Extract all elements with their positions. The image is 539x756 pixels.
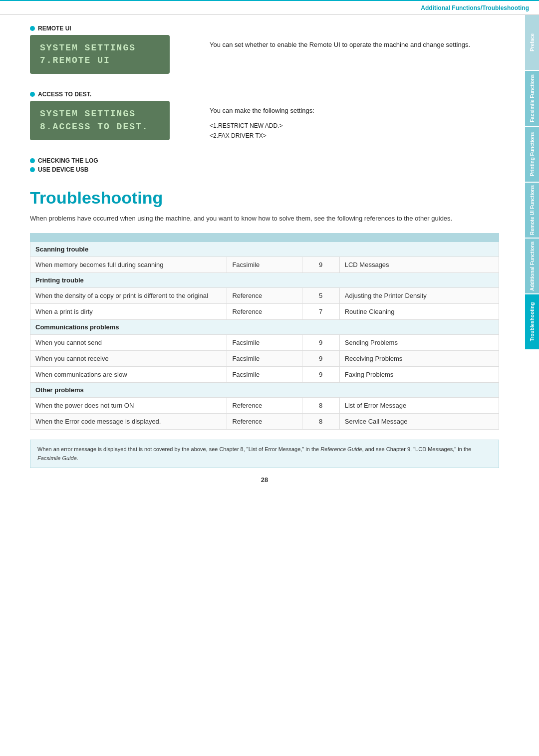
troubleshooting-title: Troubleshooting bbox=[30, 188, 499, 208]
bullet-dot-access bbox=[30, 92, 35, 97]
cell-chapter: 9 bbox=[302, 257, 339, 273]
table-row: When the density of a copy or print is d… bbox=[30, 288, 499, 304]
cell-guide: Reference bbox=[227, 398, 302, 414]
access-to-dest-label: ACCESS TO DEST. bbox=[30, 91, 190, 98]
remote-ui-label: REMOTE UI bbox=[30, 25, 190, 32]
cell-chapter: 9 bbox=[302, 335, 339, 351]
cell-section: List of Error Message bbox=[339, 398, 499, 414]
table-section-row: Communications problems bbox=[30, 320, 499, 335]
cell-guide: Reference bbox=[227, 304, 302, 320]
cell-situation: When the density of a copy or print is d… bbox=[30, 288, 227, 304]
tab-troubleshooting[interactable]: Troubleshooting bbox=[525, 294, 539, 349]
cell-guide: Facsimile bbox=[227, 335, 302, 351]
remote-ui-left: REMOTE UI SYSTEM SETTINGS 7.REMOTE UI bbox=[30, 25, 190, 81]
cell-section: Sending Problems bbox=[339, 335, 499, 351]
extra-items: CHECKING THE LOG USE DEVICE USB bbox=[30, 157, 499, 173]
right-tabs: Preface Facsimile Functions Printing Fun… bbox=[525, 15, 539, 349]
bullet-dot-log bbox=[30, 158, 35, 163]
cell-situation: When the Error code message is displayed… bbox=[30, 414, 227, 430]
cell-guide: Facsimile bbox=[227, 257, 302, 273]
access-to-dest-right: You can make the following settings: <1.… bbox=[210, 91, 499, 147]
access-to-dest-lcd: SYSTEM SETTINGS 8.ACCESS TO DEST. bbox=[30, 101, 170, 140]
cell-chapter: 5 bbox=[302, 288, 339, 304]
cell-section: Service Call Message bbox=[339, 414, 499, 430]
col-header-guide bbox=[227, 234, 302, 242]
remote-ui-section: REMOTE UI SYSTEM SETTINGS 7.REMOTE UI Yo… bbox=[30, 25, 499, 81]
table-row: When communications are slow Facsimile 9… bbox=[30, 367, 499, 383]
table-header-row bbox=[30, 234, 499, 242]
troubleshooting-intro: When problems have occurred when using t… bbox=[30, 214, 499, 224]
access-to-dest-layout: ACCESS TO DEST. SYSTEM SETTINGS 8.ACCESS… bbox=[30, 91, 499, 147]
tab-remote[interactable]: Remote UI Functions bbox=[525, 183, 539, 238]
section-label: Printing trouble bbox=[30, 273, 499, 288]
cell-section: Faxing Problems bbox=[339, 367, 499, 383]
table-row: When a print is dirty Reference 7 Routin… bbox=[30, 304, 499, 320]
table-row: When the Error code message is displayed… bbox=[30, 414, 499, 430]
cell-section: Routine Cleaning bbox=[339, 304, 499, 320]
tab-printing[interactable]: Printing Functions bbox=[525, 127, 539, 182]
header-title: Additional Functions/Troubleshooting bbox=[421, 4, 529, 11]
tab-facsimile[interactable]: Facsimile Functions bbox=[525, 71, 539, 126]
cell-guide: Facsimile bbox=[227, 367, 302, 383]
cell-chapter: 7 bbox=[302, 304, 339, 320]
section-label: Other problems bbox=[30, 383, 499, 398]
cell-situation: When you cannot receive bbox=[30, 351, 227, 367]
table-section-row: Other problems bbox=[30, 383, 499, 398]
section-label: Scanning trouble bbox=[30, 242, 499, 257]
col-header-situation bbox=[30, 234, 227, 242]
cell-situation: When memory becomes full during scanning bbox=[30, 257, 227, 273]
cell-chapter: 9 bbox=[302, 351, 339, 367]
footer-note-text: When an error message is displayed that … bbox=[37, 446, 471, 461]
cell-section: LCD Messages bbox=[339, 257, 499, 273]
sub-item-2: <2.FAX DRIVER TX> bbox=[210, 131, 499, 141]
section-label: Communications problems bbox=[30, 320, 499, 335]
remote-ui-layout: REMOTE UI SYSTEM SETTINGS 7.REMOTE UI Yo… bbox=[30, 25, 499, 81]
remote-ui-right: You can set whether to enable the Remote… bbox=[210, 25, 499, 81]
checking-log-item: CHECKING THE LOG bbox=[30, 157, 499, 164]
table-row: When memory becomes full during scanning… bbox=[30, 257, 499, 273]
table-section-row: Printing trouble bbox=[30, 273, 499, 288]
cell-situation: When a print is dirty bbox=[30, 304, 227, 320]
table-row: When you cannot send Facsimile 9 Sending… bbox=[30, 335, 499, 351]
col-header-section bbox=[339, 234, 499, 242]
remote-ui-lcd: SYSTEM SETTINGS 7.REMOTE UI bbox=[30, 35, 170, 74]
bullet-dot-usb bbox=[30, 167, 35, 172]
table-section-row: Scanning trouble bbox=[30, 242, 499, 257]
tab-additional[interactable]: Additional Functions bbox=[525, 239, 539, 293]
cell-situation: When communications are slow bbox=[30, 367, 227, 383]
access-to-dest-section: ACCESS TO DEST. SYSTEM SETTINGS 8.ACCESS… bbox=[30, 91, 499, 147]
cell-situation: When you cannot send bbox=[30, 335, 227, 351]
bullet-dot-remote bbox=[30, 26, 35, 31]
cell-chapter: 8 bbox=[302, 398, 339, 414]
access-to-dest-left: ACCESS TO DEST. SYSTEM SETTINGS 8.ACCESS… bbox=[30, 91, 190, 147]
tab-preface[interactable]: Preface bbox=[525, 15, 539, 70]
cell-guide: Facsimile bbox=[227, 351, 302, 367]
cell-chapter: 8 bbox=[302, 414, 339, 430]
cell-section: Adjusting the Printer Density bbox=[339, 288, 499, 304]
use-device-usb-item: USE DEVICE USB bbox=[30, 166, 499, 173]
cell-section: Receiving Problems bbox=[339, 351, 499, 367]
page-header: Additional Functions/Troubleshooting bbox=[0, 0, 539, 15]
main-content: REMOTE UI SYSTEM SETTINGS 7.REMOTE UI Yo… bbox=[0, 15, 524, 499]
troubleshooting-table: Scanning trouble When memory becomes ful… bbox=[30, 233, 499, 430]
cell-guide: Reference bbox=[227, 288, 302, 304]
cell-guide: Reference bbox=[227, 414, 302, 430]
access-to-dest-sub: <1.RESTRICT NEW ADD.> <2.FAX DRIVER TX> bbox=[210, 116, 499, 141]
sub-item-1: <1.RESTRICT NEW ADD.> bbox=[210, 121, 499, 131]
col-header-chapter bbox=[302, 234, 339, 242]
footer-note: When an error message is displayed that … bbox=[30, 440, 499, 468]
cell-situation: When the power does not turn ON bbox=[30, 398, 227, 414]
table-row: When you cannot receive Facsimile 9 Rece… bbox=[30, 351, 499, 367]
page-number: 28 bbox=[30, 476, 499, 484]
table-row: When the power does not turn ON Referenc… bbox=[30, 398, 499, 414]
cell-chapter: 9 bbox=[302, 367, 339, 383]
